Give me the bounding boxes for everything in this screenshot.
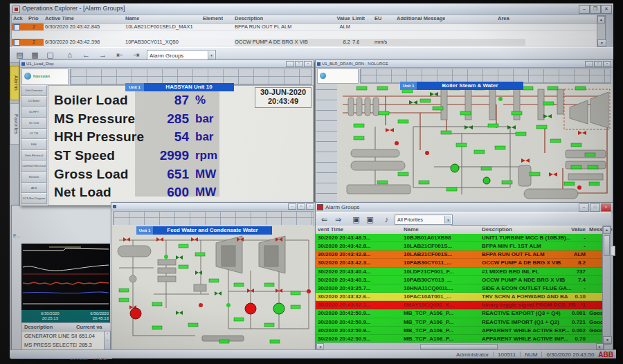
alarm-row[interactable]: 30/2020 20:43:35.7...10HNA11CQ001L...SID… xyxy=(316,284,603,293)
ack-checkbox[interactable] xyxy=(14,39,20,46)
sidebar-item[interactable]: DCS Bus Diagram xyxy=(21,193,47,204)
maximize-button[interactable]: □ xyxy=(295,61,303,67)
alarm-row[interactable]: 30/2020 20:43:42.8...10LAB21CF001S...BFP… xyxy=(316,251,603,259)
close-button[interactable]: × xyxy=(603,61,611,67)
unit-chip: Unit 1 xyxy=(125,83,144,91)
close-button[interactable]: ✕ xyxy=(601,5,612,14)
trend-window-label: E... xyxy=(13,233,21,238)
banner-alarm-row[interactable]: 2 6/30/2020 20:43:42.398 10PAB30CY011_XQ… xyxy=(12,39,597,46)
sidebar-item[interactable]: F&E xyxy=(21,139,47,150)
kpi-row: Net Load600MW xyxy=(48,183,313,202)
col-description[interactable]: Description xyxy=(482,226,512,233)
col-event-time[interactable]: vent Time xyxy=(318,226,343,233)
monitor-photo: Operations Explorer - [Alarm Groups] – ❐… xyxy=(0,0,623,364)
alarm-row[interactable]: 30/2020 20:43:32.6...10PAC10AT001_...TRV… xyxy=(316,293,603,301)
col-additional-message[interactable]: Additional Message xyxy=(397,15,445,21)
logo-mark xyxy=(24,73,31,80)
col-ack[interactable]: Ack xyxy=(13,15,23,21)
sidebar-item[interactable]: Common Electrical xyxy=(21,161,47,172)
trend-row[interactable]: MS PRESS SELECTED 285.3 xyxy=(22,340,111,349)
kpi-row: Gross Load651MW xyxy=(48,165,313,184)
banner-scrollbar[interactable]: ▲▼ xyxy=(597,15,606,48)
window-icon xyxy=(317,62,320,66)
maximize-button[interactable]: □ xyxy=(594,61,602,67)
sidebar-item[interactable]: U1 TSI xyxy=(21,129,47,140)
alarm-groups-titlebar[interactable]: Alarm Groups – □ × xyxy=(316,203,613,212)
alarm-row[interactable]: 30/2020 20:43:42.3...10PAB30CY011_...OCC… xyxy=(316,259,603,267)
side-tab-alarms[interactable]: Alarms xyxy=(10,66,19,100)
silence-horn-icon[interactable]: ♪ xyxy=(379,212,394,226)
col-active-time[interactable]: Active Time xyxy=(45,15,74,21)
alarm-row[interactable]: 30/2020 20:42:50.9...MB_TCP_A106_P...REA… xyxy=(316,309,603,318)
alarm-row[interactable]: 30/2020 20:43:40.4...10LDF21CF001_F...#1… xyxy=(316,268,603,276)
trend-row[interactable]: GENERATOR LINE SID... 651.04 xyxy=(22,331,111,340)
side-tab-favorites[interactable]: Favorites xyxy=(10,103,19,145)
ack-all-icon[interactable]: ⇒ xyxy=(331,212,345,226)
close-button[interactable]: × xyxy=(306,203,314,210)
boiler-banner: Boiler Steam & Water xyxy=(417,82,523,90)
alarm-row[interactable]: 30/2020 20:42:50.9...MB_TCP_A106_P...REA… xyxy=(316,318,603,327)
ack-selected-icon[interactable]: ⇐ xyxy=(317,212,332,226)
col-name[interactable]: Name xyxy=(404,226,419,233)
boiler-diagram[interactable] xyxy=(337,84,611,204)
close-button[interactable]: × xyxy=(601,203,611,212)
ack-visible-icon[interactable]: ▣ xyxy=(363,212,377,226)
maximize-button[interactable]: □ xyxy=(297,203,305,210)
priorities-combo[interactable]: All Priorities▾ xyxy=(395,215,453,225)
minimize-button[interactable]: – xyxy=(585,61,593,67)
maximize-button[interactable]: □ xyxy=(590,203,600,212)
boiler-titlebar[interactable]: U1_BLR_DRAIN_DRN - NOLURGE –□× xyxy=(316,60,613,68)
minimize-button[interactable]: – xyxy=(286,61,294,67)
feedwater-diagram[interactable] xyxy=(112,225,314,349)
alarm-value: 8.2 xyxy=(324,39,350,45)
sidebar-item[interactable]: U1 Turb xyxy=(21,118,47,129)
maximize-button[interactable]: ❐ xyxy=(590,5,601,14)
minimize-button[interactable]: – xyxy=(579,203,589,212)
sidebar-item[interactable]: Network xyxy=(21,172,47,183)
ack-page-icon[interactable]: ▣ xyxy=(349,212,363,226)
alarm-row[interactable]: 30/2020 20:43:48.5...10BJB01A01XB98UNIT1… xyxy=(316,234,603,242)
display-sidebar[interactable] xyxy=(316,84,338,204)
sidebar-item[interactable]: ADS xyxy=(21,183,47,194)
col-name[interactable]: Name xyxy=(125,15,139,21)
unit-load-title: U1_Load_Disp xyxy=(26,62,54,66)
minimize-button[interactable]: – xyxy=(288,203,296,210)
trend-chart[interactable] xyxy=(21,244,110,310)
col-description[interactable]: Description xyxy=(235,15,263,21)
kpi-row: ST Speed2999rpm xyxy=(48,147,313,165)
alarm-row[interactable]: 30/2020 20:42:50.9...MB_TCP_A106_P...APP… xyxy=(316,327,603,335)
col-prio[interactable]: Prio xyxy=(28,15,39,21)
minimize-button[interactable]: – xyxy=(579,5,590,14)
ack-checkbox[interactable] xyxy=(14,24,20,30)
main-window-title: Operations Explorer - [Alarm Groups] xyxy=(22,5,125,12)
feedwater-titlebar[interactable]: –□× xyxy=(111,203,316,210)
alarm-row[interactable]: 30/2020 20:43:42.8...10LAB21CF001S...BFP… xyxy=(316,242,603,251)
status-user: Administrator xyxy=(456,352,489,358)
alarm-list-vscrollbar[interactable]: ▲ ▼ xyxy=(602,226,611,345)
combo-arrow-icon[interactable]: ▾ xyxy=(208,51,215,60)
trend-col-description[interactable]: Description xyxy=(24,324,53,330)
col-limit[interactable]: Limit xyxy=(352,15,365,21)
col-eu[interactable]: EU xyxy=(374,15,381,21)
close-button[interactable]: × xyxy=(304,61,312,67)
alarm-groups-title: Alarm Groups xyxy=(325,204,359,210)
banner-alarm-row[interactable]: 2 6/30/2020 20:43:42.845 10LAB21CF001SEL… xyxy=(12,24,597,31)
col-value[interactable]: Value xyxy=(324,15,350,21)
col-element[interactable]: Element xyxy=(203,15,223,21)
nav-button-grid[interactable] xyxy=(113,211,314,226)
alarm-groups-window: Alarm Groups – □ × ⇐ ⇒ ▣ ▣ ♪ All Priorit… xyxy=(315,202,613,352)
sidebar-item[interactable]: U1 HPT xyxy=(21,107,47,118)
col-area[interactable]: Area xyxy=(498,15,509,21)
alarm-eu: mm/s xyxy=(374,39,387,45)
trend-col-current-value[interactable]: Current va xyxy=(76,324,102,330)
sidebar-item[interactable]: U1 Boiler xyxy=(21,96,47,107)
window-icon xyxy=(21,62,25,66)
unit-chip: Unit 1 xyxy=(136,226,153,235)
sidebar-item[interactable]: Unit Overview xyxy=(21,85,47,96)
alarm-row[interactable]: 30/2020 20:43:02.1...0MAY15CQ050_X...bin… xyxy=(316,301,603,309)
sidebar-item[interactable]: Units Electrical xyxy=(21,150,47,161)
alarm-row[interactable]: 30/2020 20:43:40.3...10PAB30CY013_...OCC… xyxy=(316,276,603,284)
col-value[interactable]: Value xyxy=(543,226,586,233)
unit-load-titlebar[interactable]: U1_Load_Disp –□× xyxy=(20,60,314,68)
prio-value: 2 xyxy=(33,24,35,30)
